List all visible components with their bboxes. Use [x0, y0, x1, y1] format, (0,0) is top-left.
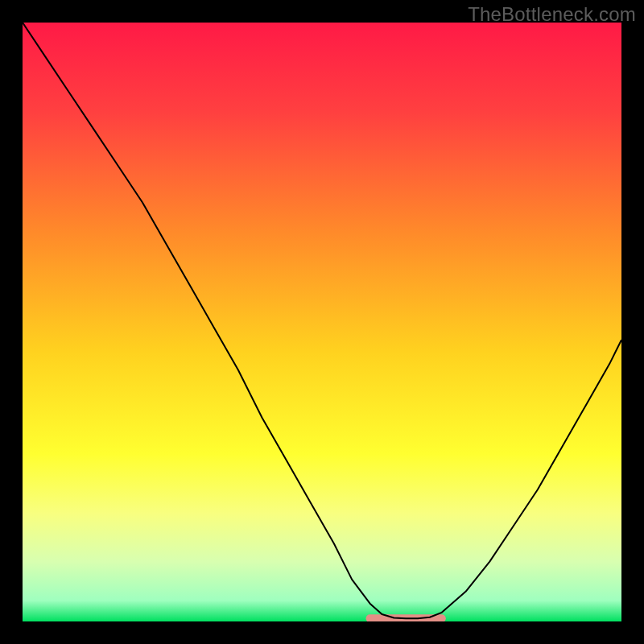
plot-area: [23, 23, 621, 621]
chart-frame: TheBottleneck.com: [0, 0, 644, 644]
chart-background: [23, 23, 621, 621]
watermark-text: TheBottleneck.com: [468, 3, 636, 26]
bottleneck-chart: [23, 23, 621, 621]
